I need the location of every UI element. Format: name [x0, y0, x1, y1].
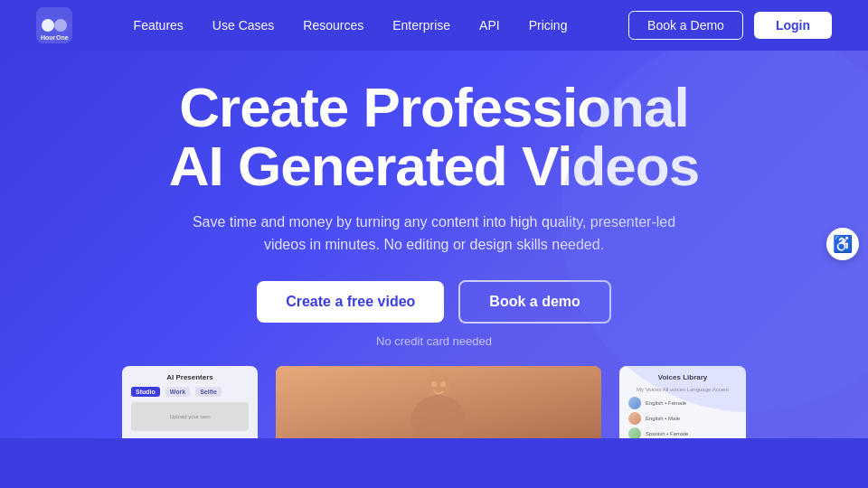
nav-pricing[interactable]: Pricing — [529, 18, 568, 33]
hero-section: Create Professional AI Generated Videos … — [0, 51, 868, 438]
voices-library-card: Voices Library My Voices All voices Lang… — [619, 366, 746, 438]
voices-filters: My Voices All voices Language Accent — [628, 387, 737, 392]
accessibility-icon: ♿ — [833, 234, 853, 254]
nav-enterprise[interactable]: Enterprise — [392, 18, 450, 33]
voice-item-2[interactable]: English • Male — [628, 412, 737, 425]
svg-text:Hour: Hour — [41, 34, 56, 41]
voice-avatar-2 — [628, 412, 641, 425]
navbar: Hour One Features Use Cases Resources En… — [0, 0, 868, 51]
hero-subtitle: Save time and money by turning any conte… — [190, 211, 678, 257]
nav-actions: Book a Demo Login — [628, 11, 832, 40]
preview-row: AI Presenters Studio Work Selfie Upload … — [36, 366, 832, 438]
voice-item-1[interactable]: English • Female — [628, 397, 737, 409]
tab-studio[interactable]: Studio — [131, 387, 160, 397]
hero-title: Create Professional AI Generated Videos — [36, 78, 832, 195]
create-free-video-button[interactable]: Create a free video — [257, 281, 444, 323]
svg-point-1 — [42, 19, 54, 32]
ai-presenters-card: AI Presenters Studio Work Selfie Upload … — [122, 366, 258, 438]
svg-text:One: One — [56, 34, 69, 41]
ai-presenters-title: AI Presenters — [131, 373, 249, 381]
hero-cta-row: Create a free video Book a demo — [36, 280, 832, 324]
nav-login-button[interactable]: Login — [754, 12, 832, 39]
nav-resources[interactable]: Resources — [303, 18, 363, 33]
svg-point-9 — [440, 381, 446, 387]
nav-book-demo-button[interactable]: Book a Demo — [628, 11, 743, 40]
video-preview-image — [276, 366, 601, 438]
nav-features[interactable]: Features — [134, 18, 184, 33]
hero-title-line1: Create Professional — [179, 76, 688, 138]
nav-api[interactable]: API — [479, 18, 500, 33]
ai-presenters-tabs: Studio Work Selfie — [131, 387, 249, 397]
voice-name-2: English • Male — [646, 416, 680, 421]
svg-point-6 — [426, 373, 451, 399]
voice-name-3: Spanish • Female — [646, 431, 688, 436]
voice-avatar-1 — [628, 397, 641, 409]
no-credit-text: No credit card needed — [36, 334, 832, 348]
upload-text: Upload your own — [169, 414, 210, 419]
presenter-placeholder: Upload your own — [131, 402, 249, 431]
nav-use-cases[interactable]: Use Cases — [212, 18, 274, 33]
voice-name-1: English • Female — [646, 400, 686, 406]
tab-work[interactable]: Work — [165, 387, 190, 397]
book-demo-button[interactable]: Book a demo — [458, 280, 610, 324]
hero-title-line2: AI Generated Videos — [169, 135, 699, 197]
accessibility-button[interactable]: ♿ — [826, 228, 859, 260]
logo[interactable]: Hour One — [36, 7, 72, 43]
nav-links: Features Use Cases Resources Enterprise … — [134, 18, 568, 33]
voice-avatar-3 — [628, 427, 641, 438]
voices-title: Voices Library — [628, 373, 737, 381]
tab-selfie[interactable]: Selfie — [195, 387, 222, 397]
svg-point-2 — [54, 19, 67, 32]
svg-point-8 — [431, 381, 437, 387]
voice-item-3[interactable]: Spanish • Female — [628, 427, 737, 438]
video-preview-card — [276, 366, 601, 438]
